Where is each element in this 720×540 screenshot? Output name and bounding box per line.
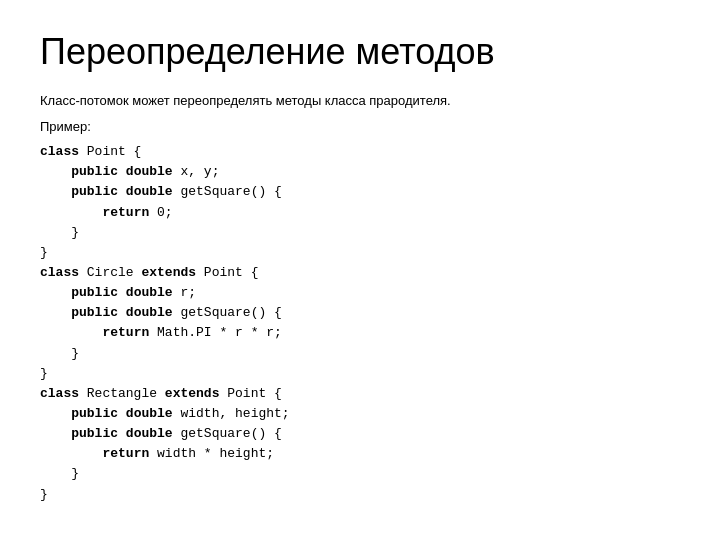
slide-title: Переопределение методов (40, 30, 680, 73)
slide: Переопределение методов Класс-потомок мо… (0, 0, 720, 540)
intro-line2: Пример: (40, 117, 680, 137)
code-example: class Point { public double x, y; public… (40, 142, 680, 505)
intro-line1: Класс-потомок может переопределять метод… (40, 91, 680, 111)
